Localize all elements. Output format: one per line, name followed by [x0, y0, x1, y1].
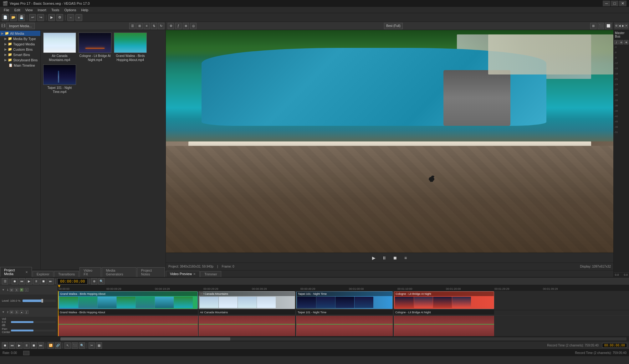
menu-edit[interactable]: Edit [12, 8, 23, 13]
tab-project-notes[interactable]: Project Notes [137, 267, 165, 277]
preview-scope-button[interactable]: ◎ [190, 23, 197, 29]
refresh-button[interactable]: ↻ [158, 23, 164, 29]
master-ctrl-1[interactable]: ƒ [614, 40, 619, 44]
motion-button[interactable]: ↔ [25, 288, 28, 292]
view-detail-button[interactable]: ≡ [144, 23, 150, 29]
clip-end-handle[interactable]: ⟩ [199, 291, 203, 296]
sort-button[interactable]: ⇅ [151, 23, 157, 29]
cursor-tool-button[interactable]: ↖ [64, 342, 71, 349]
zoom-in-button[interactable]: + [75, 14, 82, 21]
close-button[interactable]: ✕ [619, 1, 626, 6]
view-list-button[interactable]: ☰ [129, 23, 136, 29]
tab-media-generators[interactable]: Media Generators [102, 267, 136, 277]
tl-play-button[interactable]: ▶ [26, 278, 32, 285]
tl-next-button[interactable]: ⏭ [48, 278, 54, 285]
stop-bt-button[interactable]: ⏹ [31, 342, 37, 349]
tab-explorer[interactable]: Explorer [33, 271, 54, 277]
redo-button[interactable]: ↪ [37, 14, 44, 21]
vol-slider[interactable] [11, 321, 56, 323]
tab-transitions[interactable]: Transitions [54, 271, 79, 277]
pause-bt-button[interactable]: ⏸ [23, 342, 30, 349]
tree-media-by-type[interactable]: ▶ 📁 Media By Type [0, 36, 40, 41]
play-button[interactable]: ▶ [370, 254, 377, 261]
loop-bt-button[interactable]: 🔁 [48, 342, 54, 349]
tab-video-preview-close[interactable]: ✕ [193, 272, 196, 276]
clip-air-video[interactable]: Air Canada Mountains [199, 291, 295, 309]
menu-insert[interactable]: Insert [35, 8, 49, 13]
tl-pause-button[interactable]: ⏸ [33, 278, 39, 285]
tree-custom-bins[interactable]: ▶ 📁 Custom Bins [0, 47, 40, 52]
menu-view[interactable]: View [23, 8, 35, 13]
minimize-button[interactable]: ─ [603, 1, 610, 6]
waveform-taipei[interactable] [296, 316, 393, 336]
audio-fx-button[interactable]: ƒ [25, 310, 28, 314]
audio-solo-button[interactable]: S [15, 310, 18, 314]
preview-ext-monitor-button[interactable]: ⬜ [605, 23, 611, 29]
composite-button[interactable]: ⊕ [20, 288, 23, 292]
thumbnail-taipei[interactable]: Taipei 101 - Night Time.mp4 [43, 64, 76, 94]
timeline-settings-button[interactable]: ☰ [2, 278, 8, 285]
rewind-button[interactable]: ⏮ [9, 342, 15, 349]
edit-mode-button[interactable]: ✂ [89, 342, 95, 349]
save-button[interactable]: 💾 [18, 14, 25, 21]
import-media-button[interactable]: Import Media... [6, 23, 35, 29]
menu-file[interactable]: File [1, 8, 12, 13]
preview-quality-button[interactable]: Best (Full) [384, 23, 403, 29]
preview-grid-button[interactable]: ⊞ [590, 23, 596, 29]
menu-tools[interactable]: Tools [49, 8, 62, 13]
master-prev-button[interactable]: ◀ [618, 24, 621, 28]
loop-button[interactable]: ≡ [402, 254, 409, 261]
tab-project-media[interactable]: Project Media ✕ [0, 267, 32, 277]
open-button[interactable]: 📂 [10, 14, 17, 21]
waveform-wailea[interactable] [59, 316, 198, 336]
tree-all-media[interactable]: ▶ 📁 All Media [0, 31, 40, 36]
tl-zoom-button[interactable]: ⊕ [91, 278, 97, 285]
master-close-button[interactable]: ✕ [625, 24, 628, 28]
thumbnail-air-canada[interactable]: Air Canada Mountains.mp4 [43, 33, 76, 62]
view-thumb-button[interactable]: ⊞ [136, 23, 143, 29]
tree-storyboard-bins[interactable]: ▶ 📁 Storyboard Bins [0, 57, 40, 63]
zoom-out-button[interactable]: − [67, 14, 74, 21]
level-thumb[interactable] [41, 299, 43, 303]
play-fw-button[interactable]: ▶ [16, 342, 23, 349]
tree-tagged-media[interactable]: ▶ 📁 Tagged Media [0, 41, 40, 47]
tl-prev-button[interactable]: ⏮ [19, 278, 25, 285]
record-arm-button[interactable]: ⏺ [2, 342, 8, 349]
tree-smart-bins[interactable]: ▶ 📁 Smart Bins [0, 52, 40, 57]
tab-video-fx[interactable]: Video FX [79, 267, 101, 277]
audio-arm-button[interactable]: ● [20, 310, 23, 314]
stop-button[interactable]: ⏹ [391, 254, 398, 261]
tab-video-preview[interactable]: Video Preview ✕ [166, 271, 200, 277]
clip-wailea-video[interactable]: Grand Wailea - Birds Hopping About [59, 291, 198, 309]
status-btn[interactable] [23, 351, 29, 355]
tab-trimmer[interactable]: Trimmer [200, 271, 221, 277]
event-button[interactable]: ▦ [96, 342, 102, 349]
clip-taipei-video[interactable]: Taipei 101 - Night Time [296, 291, 393, 309]
waveform-air[interactable] [199, 316, 295, 336]
tab-project-media-close[interactable]: ✕ [25, 270, 28, 274]
pan-slider[interactable] [11, 330, 56, 331]
pause-button[interactable]: ⏸ [381, 254, 388, 261]
new-button[interactable]: 📄 [2, 14, 9, 21]
menu-options[interactable]: Options [62, 8, 79, 13]
master-ctrl-3[interactable]: ⊕ [624, 40, 628, 44]
preview-snap-button[interactable]: ⊕ [183, 23, 189, 29]
master-settings-button[interactable]: ⚙ [615, 24, 618, 28]
audio-mute-button[interactable]: M [10, 310, 13, 314]
thumbnail-cologne[interactable]: Cologne - Lit Bridge At Night.mp4 [79, 33, 111, 62]
waveform-cologne[interactable] [394, 316, 494, 336]
record-button[interactable]: ⏺ [12, 278, 18, 285]
preview-output-button[interactable]: ⬛ [598, 23, 604, 29]
mute-button[interactable]: M [10, 288, 13, 292]
tl-magnify-button[interactable]: 🔍 [98, 278, 105, 285]
master-next-button[interactable]: ▶ [622, 24, 625, 28]
timecode-display[interactable]: 00:00:00;00 [57, 278, 88, 285]
solo-button[interactable]: S [15, 288, 18, 292]
maximize-button[interactable]: □ [611, 1, 618, 6]
master-ctrl-2[interactable]: ⊖ [619, 40, 624, 44]
tree-main-timeline[interactable]: 📋 Main Timeline [0, 63, 40, 68]
thumbnail-wailea[interactable]: Grand Wailea - Birds Hopping About.mp4 [114, 33, 147, 62]
render-button[interactable]: ▶ [48, 14, 55, 21]
clip-cologne-video[interactable]: Cologne - Lit Bridge At Night [394, 291, 494, 309]
scrollbar-thumb[interactable] [60, 337, 230, 341]
